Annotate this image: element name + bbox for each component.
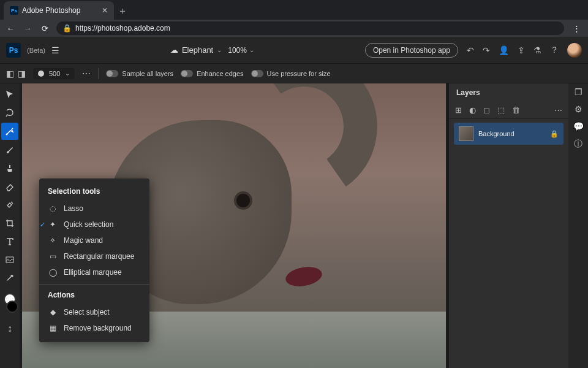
image-elephant-eye [236, 194, 250, 207]
tab-title: Adobe Photoshop [22, 6, 80, 15]
browser-tab[interactable]: Ps Adobe Photoshop ✕ [4, 1, 114, 20]
new-layer-button[interactable]: ⊞ [455, 105, 462, 115]
layer-name: Background [478, 130, 514, 137]
reload-button[interactable]: ⟳ [39, 24, 50, 33]
toggle-icon [181, 70, 193, 77]
delete-layer-button[interactable]: 🗑 [512, 105, 520, 115]
flyout-item-label: Remove background [64, 324, 132, 332]
avatar[interactable] [567, 43, 582, 58]
back-button[interactable]: ← [5, 24, 16, 33]
document-switcher[interactable]: ☁ Elephant ⌄ [170, 45, 222, 55]
type-tool[interactable] [1, 233, 18, 250]
svg-point-0 [6, 134, 8, 136]
comments-panel-icon[interactable]: 💬 [573, 121, 584, 131]
divider [98, 68, 99, 79]
tab-favicon: Ps [10, 6, 18, 15]
forward-button[interactable]: → [22, 24, 33, 33]
zoom-control[interactable]: 100% ⌄ [228, 46, 254, 55]
remove-background-icon: ▦ [48, 324, 58, 332]
toggle-label: Enhance edges [197, 70, 243, 77]
subtract-from-selection-icon[interactable]: ◨ [18, 69, 26, 79]
background-color-swatch[interactable] [6, 301, 18, 313]
healing-brush-tool[interactable] [1, 196, 18, 213]
image-elephant-mouth [284, 264, 323, 289]
info-panel-icon[interactable]: ⓘ [574, 139, 582, 150]
invite-button[interactable]: 👤 [499, 45, 509, 55]
flyout-header-actions: Actions [39, 288, 149, 304]
flyout-magic-wand[interactable]: ✧Magic wand [39, 232, 149, 248]
layers-panel-icon[interactable]: ❐ [575, 87, 582, 97]
app-bar: Ps (Beta) ☰ ☁ Elephant ⌄ 100% ⌄ Open in … [0, 37, 588, 64]
toggle-label: Sample all layers [122, 70, 173, 77]
new-tab-button[interactable]: ＋ [114, 2, 131, 20]
eraser-tool[interactable] [1, 178, 18, 195]
flyout-quick-selection[interactable]: ✦Quick selection [39, 217, 149, 232]
mask-button[interactable]: ◻ [483, 105, 490, 115]
flyout-rectangular-marquee[interactable]: ▭Rectangular marquee [39, 248, 149, 264]
use-pressure-toggle[interactable]: Use pressure for size [251, 70, 331, 77]
brush-preview-icon [38, 71, 44, 77]
selection-tools-flyout: Selection tools ◌Lasso ✦Quick selection … [39, 178, 149, 342]
layer-actions-row: ⊞ ◐ ◻ ⬚ 🗑 ⋯ [449, 102, 568, 119]
main-menu-button[interactable]: ☰ [51, 45, 59, 55]
eyedropper-tool[interactable] [1, 270, 18, 287]
tool-options-bar: ◧ ◨ 500 ⌄ ⋯ Sample all layers Enhance ed… [0, 64, 588, 83]
lock-icon[interactable]: 🔒 [550, 130, 559, 138]
flyout-item-label: Elliptical marquee [64, 268, 122, 277]
help-button[interactable]: ？ [550, 45, 559, 56]
share-button[interactable]: ⇪ [518, 45, 525, 55]
document-name: Elephant [182, 45, 213, 55]
flyout-header-tools: Selection tools [39, 185, 149, 201]
quick-selection-icon: ✦ [48, 220, 58, 229]
divider [39, 284, 149, 285]
beta-label: (Beta) [27, 47, 45, 54]
labs-icon[interactable]: ⚗ [533, 45, 541, 55]
layer-more-button[interactable]: ⋯ [554, 105, 562, 115]
clone-stamp-tool[interactable] [1, 159, 18, 177]
canvas-area[interactable]: Selection tools ◌Lasso ✦Quick selection … [20, 83, 448, 368]
swap-colors-button[interactable]: ↕ [1, 320, 18, 337]
layer-item-background[interactable]: Background 🔒 [454, 123, 564, 145]
main-area: ↕ Selection tools ◌Lasso ✦Quick selectio… [0, 83, 588, 368]
cloud-icon: ☁ [170, 45, 178, 55]
address-bar[interactable]: 🔒 https://photoshop.adobe.com [56, 21, 564, 35]
flyout-elliptical-marquee[interactable]: ◯Elliptical marquee [39, 264, 149, 280]
brush-size-control[interactable]: 500 ⌄ [33, 68, 75, 79]
close-icon[interactable]: ✕ [102, 6, 108, 15]
url-text: https://photoshop.adobe.com [75, 24, 170, 33]
adjustment-layer-button[interactable]: ◐ [469, 105, 476, 115]
move-tool[interactable] [1, 86, 18, 103]
rectangle-marquee-icon: ▭ [48, 252, 58, 261]
flyout-lasso[interactable]: ◌Lasso [39, 201, 149, 217]
more-options-button[interactable]: ⋯ [82, 69, 91, 79]
open-in-app-button[interactable]: Open in Photoshop app [365, 43, 458, 58]
redo-button[interactable]: ↷ [483, 45, 490, 55]
quick-selection-tool[interactable] [1, 123, 18, 140]
undo-button[interactable]: ↶ [467, 45, 474, 55]
flyout-item-label: Quick selection [64, 220, 113, 229]
blend-options-button[interactable]: ⬚ [497, 105, 505, 115]
photoshop-logo[interactable]: Ps [6, 43, 21, 58]
ellipse-marquee-icon: ◯ [48, 268, 58, 277]
browser-menu-button[interactable]: ⋮ [570, 24, 583, 33]
lasso-tool[interactable] [1, 104, 18, 121]
browser-navbar: ← → ⟳ 🔒 https://photoshop.adobe.com ⋮ [0, 20, 588, 37]
properties-panel-icon[interactable]: ⚙ [575, 104, 582, 114]
right-rail: ❐ ⚙ 💬 ⓘ [568, 83, 588, 368]
add-to-selection-icon[interactable]: ◧ [6, 69, 14, 79]
brush-size-value: 500 [49, 70, 60, 77]
crop-tool[interactable] [1, 215, 18, 232]
toggle-icon [251, 70, 263, 77]
browser-tab-strip: Ps Adobe Photoshop ✕ ＋ [0, 0, 588, 20]
toggle-label: Use pressure for size [267, 70, 331, 77]
layers-panel: Layers ⊞ ◐ ◻ ⬚ 🗑 ⋯ Background 🔒 [448, 83, 568, 368]
sample-all-layers-toggle[interactable]: Sample all layers [106, 70, 173, 77]
flyout-select-subject[interactable]: ◆Select subject [39, 304, 149, 320]
flyout-item-label: Lasso [64, 204, 83, 213]
brush-tool[interactable] [1, 141, 18, 158]
panel-title: Layers [449, 83, 568, 102]
flyout-item-label: Magic wand [64, 236, 103, 245]
place-image-tool[interactable] [1, 251, 18, 269]
enhance-edges-toggle[interactable]: Enhance edges [181, 70, 243, 77]
flyout-remove-background[interactable]: ▦Remove background [39, 320, 149, 336]
